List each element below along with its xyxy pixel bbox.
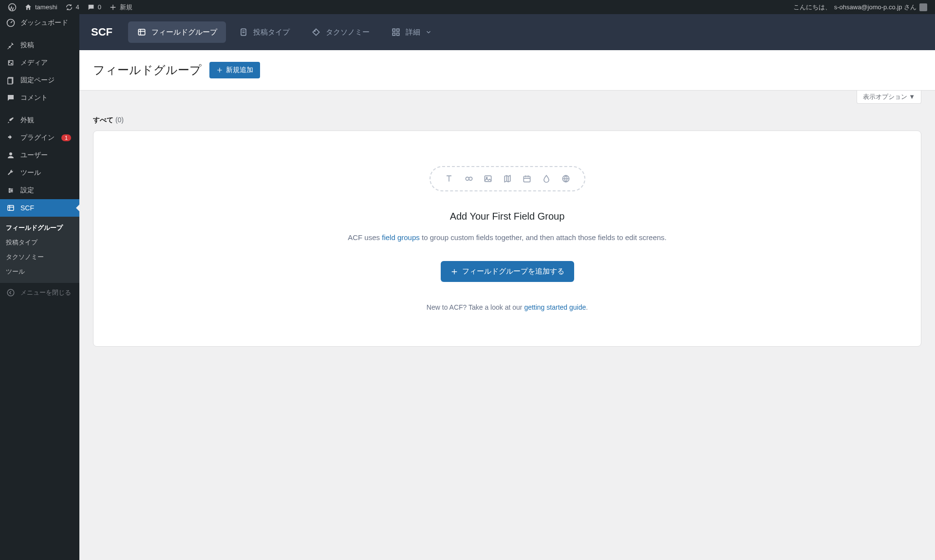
sidebar-item-appearance[interactable]: 外観 (0, 112, 79, 129)
svg-point-9 (9, 191, 10, 192)
sidebar-label: ツール (20, 168, 41, 177)
filter-label[interactable]: すべて (93, 116, 113, 124)
svg-point-8 (11, 190, 12, 191)
collapse-menu[interactable]: メニューを閉じる (0, 283, 79, 302)
add-field-group-button[interactable]: フィールドグループを追加する (441, 261, 574, 282)
tab-label: 詳細 (406, 28, 420, 37)
field-groups-link[interactable]: field groups (382, 233, 420, 242)
getting-started-link[interactable]: getting started guide (524, 303, 586, 311)
scf-top-nav: SCF フィールドグループ 投稿タイプ タクソノミー 詳細 (79, 14, 935, 50)
sidebar-label: 設定 (20, 186, 34, 195)
plus-icon (216, 67, 223, 74)
update-badge: 1 (61, 134, 71, 141)
chevron-down-icon (425, 29, 432, 36)
sidebar-label: コメント (20, 93, 48, 102)
svg-rect-23 (524, 176, 530, 182)
document-icon (239, 27, 248, 37)
submenu-tools[interactable]: ツール (0, 264, 79, 279)
sidebar-label: プラグイン (20, 133, 55, 142)
sidebar-label: 投稿 (20, 41, 34, 50)
admin-bar-right: こんにちは、 s-ohsawa@jomo-p.co.jp さん (789, 0, 931, 14)
submenu-post-types[interactable]: 投稿タイプ (0, 235, 79, 250)
collapse-icon (6, 288, 16, 298)
svg-rect-17 (393, 33, 395, 36)
sidebar-item-plugins[interactable]: プラグイン 1 (0, 129, 79, 147)
user-icon (6, 150, 16, 160)
tab-label: タクソノミー (326, 28, 370, 37)
sidebar-item-comments[interactable]: コメント (0, 89, 79, 107)
submenu-taxonomies[interactable]: タクソノミー (0, 250, 79, 264)
page-header: フィールドグループ 新規追加 (79, 50, 935, 91)
tab-field-groups[interactable]: フィールドグループ (128, 21, 226, 43)
droplet-icon (542, 174, 551, 184)
screen-options-toggle[interactable]: 表示オプション ▼ (857, 91, 922, 104)
main-content: SCF フィールドグループ 投稿タイプ タクソノミー 詳細 フィールドグループ (79, 14, 935, 560)
map-icon (503, 174, 512, 184)
sidebar-item-pages[interactable]: 固定ページ (0, 72, 79, 89)
scf-icon (6, 203, 16, 213)
user-name: s-ohsawa@jomo-p.co.jp さん (834, 3, 916, 12)
image-icon (483, 174, 493, 184)
sidebar-label: 外観 (20, 116, 34, 125)
page-title: フィールドグループ (93, 62, 202, 78)
plugin-icon (6, 133, 16, 143)
grid-icon (391, 27, 401, 37)
comments-link[interactable]: 0 (83, 0, 105, 14)
sidebar-item-dashboard[interactable]: ダッシュボード (0, 14, 79, 32)
desc-suffix: to group custom fields together, and the… (420, 233, 667, 242)
brush-icon (6, 115, 16, 125)
pin-icon (6, 40, 16, 50)
sidebar-item-users[interactable]: ユーザー (0, 147, 79, 164)
tab-post-types[interactable]: 投稿タイプ (230, 21, 299, 43)
update-count: 4 (76, 3, 79, 11)
sidebar-label: SCF (20, 204, 34, 212)
sidebar-item-tools[interactable]: ツール (0, 164, 79, 182)
scf-logo: SCF (91, 26, 112, 38)
svg-point-14 (315, 31, 316, 32)
new-content-link[interactable]: 新規 (105, 0, 136, 14)
globe-icon (561, 174, 571, 184)
user-greeting[interactable]: こんにちは、 s-ohsawa@jomo-p.co.jp さん (789, 0, 931, 14)
add-new-button[interactable]: 新規追加 (209, 62, 260, 78)
dashboard-icon (6, 18, 16, 28)
calendar-icon (522, 174, 532, 184)
desc-prefix: ACF uses (348, 233, 382, 242)
admin-sidebar: ダッシュボード 投稿 メディア 固定ページ コメント 外観 プラグイン 1 (0, 14, 79, 560)
svg-point-11 (7, 289, 14, 296)
comment-count: 0 (98, 3, 101, 11)
svg-rect-12 (138, 29, 145, 35)
tab-label: 投稿タイプ (253, 28, 290, 37)
wrench-icon (6, 168, 16, 178)
tab-more[interactable]: 詳細 (382, 21, 441, 43)
sidebar-item-posts[interactable]: 投稿 (0, 37, 79, 54)
sidebar-item-settings[interactable]: 設定 (0, 182, 79, 199)
sidebar-item-scf[interactable]: SCF (0, 199, 79, 217)
comment-icon (6, 93, 16, 103)
site-name: tameshi (35, 3, 57, 11)
updates-link[interactable]: 4 (61, 0, 83, 14)
site-home-link[interactable]: tameshi (20, 0, 61, 14)
wp-logo[interactable] (4, 0, 20, 14)
svg-rect-5 (8, 78, 12, 84)
sidebar-label: メディア (20, 58, 48, 67)
svg-point-6 (9, 152, 12, 155)
sidebar-label: ユーザー (20, 151, 48, 160)
tag-icon (311, 27, 321, 37)
svg-rect-15 (393, 29, 395, 31)
filter-count: (0) (115, 116, 124, 124)
caret-down-icon: ▼ (909, 93, 915, 100)
sidebar-label: 固定ページ (20, 76, 55, 85)
tab-taxonomies[interactable]: タクソノミー (302, 21, 378, 43)
link-icon (464, 174, 473, 184)
footer-suffix: . (586, 303, 588, 311)
media-icon (6, 58, 16, 68)
admin-bar: tameshi 4 0 新規 こんにちは、 s-ohsawa@jomo-p.co… (0, 0, 935, 14)
tab-label: フィールドグループ (151, 28, 217, 37)
add-new-label: 新規追加 (226, 66, 253, 75)
submenu-field-groups[interactable]: フィールドグループ (0, 221, 79, 235)
svg-point-20 (469, 177, 472, 181)
footer-prefix: New to ACF? Take a look at our (427, 303, 524, 311)
svg-point-3 (11, 63, 12, 64)
collapse-label: メニューを閉じる (20, 288, 71, 297)
sidebar-item-media[interactable]: メディア (0, 54, 79, 72)
